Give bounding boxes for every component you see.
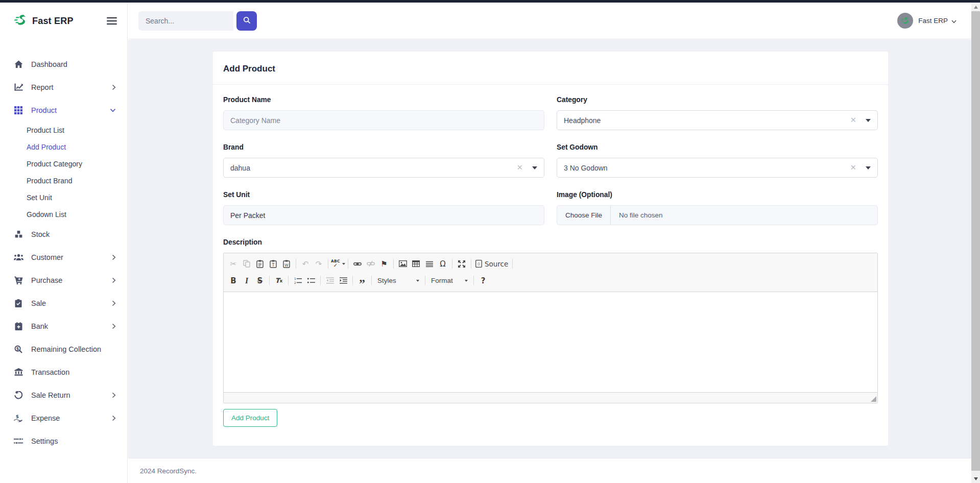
sidebar-item-customer[interactable]: Customer: [0, 246, 127, 269]
sidebar-item-expense[interactable]: $ Expense: [0, 406, 127, 429]
format-dropdown[interactable]: Format: [428, 274, 471, 287]
styles-dropdown[interactable]: Styles: [374, 274, 422, 287]
sidebar-item-dashboard[interactable]: Dashboard: [0, 53, 127, 76]
hamburger-menu-icon[interactable]: [107, 15, 117, 27]
sidebar-item-label: Sale: [31, 299, 112, 307]
clear-selection-icon[interactable]: ✕: [517, 164, 523, 172]
editor-help-icon[interactable]: ?: [476, 274, 490, 287]
chevron-right-icon: [112, 300, 116, 306]
toolbar-separator: [320, 276, 321, 285]
brand-label: Brand: [223, 143, 544, 151]
sidebar-item-transaction[interactable]: Transaction: [0, 360, 127, 383]
sidebar-item-label: Bank: [31, 322, 112, 330]
clipboard-check-icon: [13, 299, 23, 307]
italic-icon[interactable]: I: [240, 274, 253, 287]
resize-handle[interactable]: [871, 396, 876, 402]
avatar: [897, 13, 913, 29]
sidebar-item-sale-return[interactable]: Sale Return: [0, 383, 127, 406]
sidebar-subitem-product-list[interactable]: Product List: [0, 122, 127, 138]
sidebar-item-label: Settings: [31, 437, 116, 445]
sidebar-subitem-product-brand[interactable]: Product Brand: [0, 172, 127, 189]
category-select[interactable]: Headphone ✕: [557, 110, 878, 130]
toolbar-separator: [452, 259, 452, 269]
decrease-indent-icon[interactable]: [323, 274, 337, 287]
strikethrough-icon[interactable]: S: [253, 274, 267, 287]
sidebar-item-purchase[interactable]: Purchase: [0, 269, 127, 292]
search-icon: [243, 16, 251, 26]
link-icon[interactable]: [351, 257, 364, 270]
sidebar-subitem-set-unit[interactable]: Set Unit: [0, 189, 127, 206]
page-title: Add Product: [223, 64, 878, 74]
svg-text:1: 1: [294, 277, 296, 280]
search-button[interactable]: [236, 11, 257, 31]
source-button[interactable]: 〈〉 Source: [474, 257, 510, 270]
clear-selection-icon[interactable]: ✕: [850, 116, 856, 124]
sidebar-item-stock[interactable]: Stock: [0, 223, 127, 246]
sidebar-item-report[interactable]: Report: [0, 76, 127, 99]
product-name-input[interactable]: [223, 110, 544, 130]
image-file-input[interactable]: Choose File No file chosen: [557, 205, 878, 225]
redo-icon[interactable]: ↷: [312, 257, 325, 270]
user-name: Fast ERP: [918, 17, 948, 25]
svg-text:W: W: [284, 262, 289, 267]
vertical-scrollbar[interactable]: [971, 3, 980, 483]
caret-down-icon[interactable]: [866, 166, 871, 170]
undo-icon[interactable]: ↶: [299, 257, 312, 270]
source-label: Source: [485, 260, 508, 268]
insert-table-icon[interactable]: [410, 257, 423, 270]
horizontal-rule-icon[interactable]: [423, 257, 436, 270]
scrollbar-thumb[interactable]: [971, 11, 980, 471]
set-unit-input[interactable]: [223, 205, 544, 225]
blockquote-icon[interactable]: ”: [355, 274, 369, 287]
sidebar-subitem-add-product[interactable]: Add Product: [0, 138, 127, 155]
chevron-right-icon: [112, 254, 116, 260]
sidebar-item-remaining-collection[interactable]: $ Remaining Collection: [0, 337, 127, 360]
file-status-text: No file chosen: [611, 211, 671, 219]
insert-image-icon[interactable]: [396, 257, 410, 270]
caret-down-icon[interactable]: [866, 119, 871, 122]
paste-as-text-icon[interactable]: T: [267, 257, 280, 270]
set-unit-label: Set Unit: [223, 191, 544, 199]
sidebar-subitem-product-category[interactable]: Product Category: [0, 155, 127, 172]
copy-icon[interactable]: [240, 257, 253, 270]
scroll-up-arrow[interactable]: [971, 3, 980, 11]
caret-down-icon[interactable]: [532, 166, 537, 170]
svg-text:T: T: [272, 262, 275, 267]
sidebar-item-sale[interactable]: Sale: [0, 292, 127, 315]
description-editor-content[interactable]: [224, 292, 877, 392]
undo-icon: [13, 391, 23, 399]
paste-from-word-icon[interactable]: W: [280, 257, 293, 270]
footer: 2024 RecordSync.: [128, 458, 980, 483]
maximize-icon[interactable]: [455, 257, 468, 270]
chevron-down-icon: [110, 108, 116, 112]
special-character-icon[interactable]: Ω: [436, 257, 449, 270]
sidebar-item-product[interactable]: Product: [0, 99, 127, 122]
anchor-flag-icon[interactable]: ⚑: [377, 257, 391, 270]
paste-icon[interactable]: [253, 257, 267, 270]
chevron-right-icon: [112, 277, 116, 283]
user-menu[interactable]: Fast ERP: [897, 13, 957, 29]
choose-file-button[interactable]: Choose File: [557, 206, 611, 225]
bulleted-list-icon[interactable]: [304, 274, 318, 287]
scroll-down-arrow[interactable]: [971, 474, 980, 483]
rich-text-editor: ✂ T W: [223, 253, 878, 403]
brand-logo-icon: [13, 14, 27, 28]
clear-selection-icon[interactable]: ✕: [850, 164, 856, 172]
set-godown-select[interactable]: 3 No Godown ✕: [557, 158, 878, 178]
add-product-submit-button[interactable]: Add Product: [223, 409, 277, 427]
category-label: Category: [557, 96, 878, 104]
spellcheck-icon[interactable]: ABC ✓: [331, 257, 345, 270]
brand-select[interactable]: dahua ✕: [223, 158, 544, 178]
unlink-icon[interactable]: [364, 257, 377, 270]
search-input[interactable]: [138, 11, 233, 31]
sidebar-item-label: Report: [31, 83, 112, 91]
increase-indent-icon[interactable]: [337, 274, 350, 287]
sidebar-item-bank[interactable]: Bank: [0, 315, 127, 337]
sidebar-item-settings[interactable]: Settings: [0, 429, 127, 452]
cut-icon[interactable]: ✂: [227, 257, 240, 270]
bold-icon[interactable]: B: [227, 274, 240, 287]
sidebar-subitem-godown-list[interactable]: Godown List: [0, 206, 127, 223]
numbered-list-icon[interactable]: 12: [291, 274, 304, 287]
remove-format-icon[interactable]: Tx: [272, 274, 285, 287]
sidebar-item-label: Purchase: [31, 276, 112, 284]
